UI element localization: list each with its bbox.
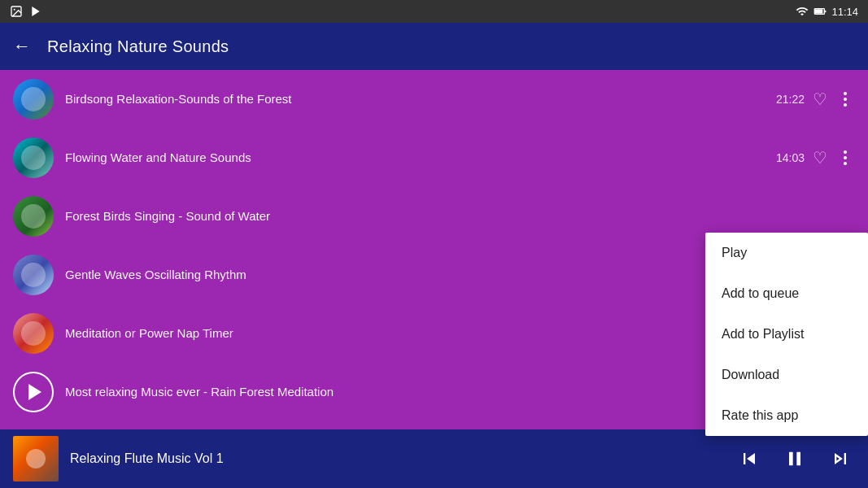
player-title: Relaxing Flute Music Vol 1 [70,451,735,466]
track-thumbnail [13,255,54,295]
player-thumbnail [13,436,59,481]
more-options-button[interactable] [835,148,855,168]
play-button[interactable] [13,372,54,412]
battery-icon [813,5,827,18]
track-item[interactable]: Flowing Water and Nature Sounds 14:03 ♡ [0,129,868,187]
status-bar: 11:14 [0,0,868,23]
track-item[interactable]: Birdsong Relaxation-Sounds of the Forest… [0,70,868,129]
prev-icon [738,447,761,470]
page-title: Relaxing Nature Sounds [47,37,229,56]
main-content: Birdsong Relaxation-Sounds of the Forest… [0,70,868,488]
context-menu: Play Add to queue Add to Playlist Downlo… [705,233,868,436]
next-button[interactable] [826,444,855,473]
track-thumbnail [13,79,54,120]
context-menu-add-to-queue[interactable]: Add to queue [705,273,868,314]
bottom-player: Relaxing Flute Music Vol 1 [0,429,868,488]
context-menu-download[interactable]: Download [705,355,868,395]
track-duration: 21:22 [776,93,805,106]
track-thumbnail [13,137,54,178]
pause-icon [783,447,806,470]
app-bar: ← Relaxing Nature Sounds [0,23,868,70]
wifi-icon [796,5,809,18]
track-title: Flowing Water and Nature Sounds [65,150,251,164]
track-title: Birdsong Relaxation-Sounds of the Forest [65,92,292,106]
more-options-button[interactable] [835,89,855,109]
track-info: Birdsong Relaxation-Sounds of the Forest [65,92,776,107]
track-title: Forest Birds Singing - Sound of Water [65,209,270,223]
track-thumbnail [13,313,54,354]
track-title: Meditation or Power Nap Timer [65,326,233,340]
track-title: Gentle Waves Oscillating Rhythm [65,268,246,281]
context-menu-play[interactable]: Play [705,233,868,273]
svg-point-1 [14,9,15,11]
clock: 11:14 [831,6,858,18]
status-bar-left [10,5,42,18]
next-icon [829,447,852,470]
track-duration: 14:03 [776,151,805,164]
player-controls [735,444,855,473]
image-icon [10,5,23,18]
track-thumbnail [13,196,54,237]
context-menu-add-to-playlist[interactable]: Add to Playlist [705,314,868,355]
prev-button[interactable] [735,444,764,473]
play-icon [29,5,42,18]
svg-rect-4 [815,9,822,13]
track-controls: 14:03 ♡ [776,148,855,168]
pause-button[interactable] [780,444,809,473]
track-info: Flowing Water and Nature Sounds [65,150,776,165]
status-bar-right: 11:14 [796,5,858,18]
context-menu-rate-app[interactable]: Rate this app [705,395,868,436]
track-info: Forest Birds Singing - Sound of Water [65,209,855,224]
track-controls: 21:22 ♡ [776,89,855,109]
favorite-button[interactable]: ♡ [813,148,827,168]
track-title: Most relaxing Music ever - Rain Forest M… [65,385,334,399]
svg-marker-2 [32,7,39,16]
back-button[interactable]: ← [13,36,31,57]
favorite-button[interactable]: ♡ [813,89,827,109]
